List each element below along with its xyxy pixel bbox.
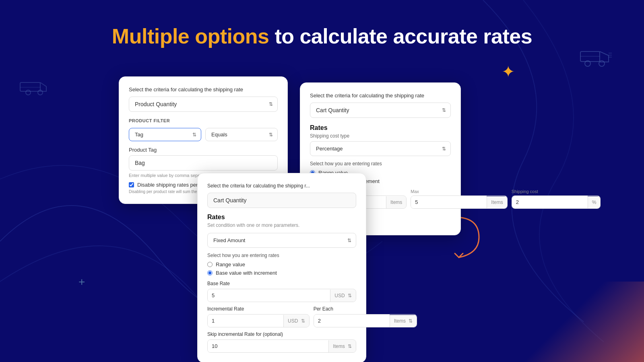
card2-enter-rates-label: Select how you are entering rates: [207, 253, 356, 258]
card1-equals-select[interactable]: Equals: [205, 128, 278, 141]
card3-criteria-select-wrapper[interactable]: Cart Quantity: [310, 103, 451, 118]
card2-criteria-display: Cart Quantity: [207, 193, 356, 208]
card1-tag-label: Product Tag: [129, 147, 278, 153]
card1-criteria-select[interactable]: Product Quantity: [129, 97, 278, 112]
card2-radio-base: Base value with increment: [207, 270, 356, 276]
card2-skip-label: Skip incremental Rate for (optional): [207, 331, 356, 337]
card2-skip-field: Skip incremental Rate for (optional) 10 …: [207, 331, 356, 353]
card2-per-each-input[interactable]: 2: [314, 315, 390, 327]
card1-criteria-label: Select the criteria for calculating the …: [129, 86, 278, 93]
card1-filter-row: Tag Equals: [129, 128, 278, 141]
truck-icon-left: [18, 74, 50, 99]
card1-checkbox[interactable]: [129, 182, 134, 187]
card3-max-unit: Items: [487, 196, 507, 208]
card3-max-field: Max 5 Items: [411, 189, 507, 209]
card3-min-unit: Items: [386, 196, 406, 208]
card2-range-label[interactable]: Range value: [216, 261, 245, 267]
card2-base-rate-input[interactable]: 5: [208, 289, 330, 302]
card2-skip-input[interactable]: 10: [208, 340, 328, 352]
cards-container: Select the criteria for calculating the …: [0, 64, 644, 362]
crosshair-decoration: +: [78, 276, 85, 288]
card2-rates-title: Rates: [207, 214, 356, 221]
card2-base-rate-unit: USD ⇅: [330, 290, 356, 302]
card1-tag-select[interactable]: Tag: [129, 128, 201, 141]
card1-equals-select-wrapper[interactable]: Equals: [205, 128, 278, 141]
card2-cost-type-wrapper[interactable]: Fixed Amount: [207, 233, 356, 248]
card3-cost-input-wrapper: 2 %: [512, 195, 601, 209]
card3-cost-unit: %: [588, 196, 601, 208]
card2-incremental-row: Incremental Rate 1 USD ⇅ Per Each 2: [207, 306, 356, 327]
card2-base-rate-field: Base Rate 5 USD ⇅: [207, 281, 356, 302]
card3-max-label: Max: [411, 189, 507, 194]
card3-cost-field: Shipping cost 2 %: [512, 189, 601, 209]
card1-tag-select-wrapper[interactable]: Tag: [129, 128, 201, 141]
card2-incremental-unit: USD ⇅: [283, 315, 309, 327]
header: Multiple options to calculate accurate r…: [0, 0, 644, 48]
card1-criteria-select-wrapper[interactable]: Product Quantity: [129, 97, 278, 112]
card3-cost-type-select[interactable]: Percentage: [310, 141, 451, 156]
card3-enter-rates-label: Select how you are entering rates: [310, 161, 451, 167]
card2-cost-type-select[interactable]: Fixed Amount: [207, 233, 356, 248]
card3-cost-label: Shipping cost: [512, 189, 601, 194]
card3-max-input[interactable]: 5: [411, 196, 487, 208]
card2-criteria-value: Cart Quantity: [213, 197, 246, 204]
card2-per-each-label: Per Each: [314, 306, 417, 312]
page-title: Multiple options to calculate accurate r…: [0, 24, 644, 48]
card2-skip-wrapper: 10 Items ⇅: [207, 339, 356, 353]
svg-point-0: [26, 90, 31, 95]
card2-radio-range: Range value: [207, 261, 356, 267]
card2-incremental-input[interactable]: 1: [208, 315, 283, 327]
card2-per-each-wrapper: 2 Items ⇅: [314, 314, 417, 327]
card2-base-rate-wrapper: 5 USD ⇅: [207, 289, 356, 302]
card2-base-radio[interactable]: [207, 270, 213, 276]
card2-rates-subtitle: Set condition with one or more parameter…: [207, 222, 356, 228]
card3-cost-type-label: Shipping cost type: [310, 133, 451, 139]
card2-incremental-field: Incremental Rate 1 USD ⇅: [207, 306, 310, 327]
card2-base-label[interactable]: Base value with increment: [216, 270, 277, 276]
card2-rates-section: Rates Set condition with one or more par…: [207, 214, 356, 353]
card3-cost-input[interactable]: 2: [512, 196, 588, 208]
card1-tag-field: Product Tag Bag: [129, 147, 278, 171]
card3-rates-title: Rates: [310, 124, 451, 132]
title-white: to calculate accurate rates: [269, 25, 532, 48]
card1-filter-section: PRODUCT FILTER: [129, 118, 278, 123]
card2-per-each-unit: Items ⇅: [390, 315, 417, 327]
svg-rect-2: [20, 82, 40, 91]
card-cart-quantity-fixed: Select the criteria for calculating the …: [197, 173, 366, 362]
card3-cost-type-wrapper[interactable]: Percentage: [310, 141, 451, 156]
title-orange: Multiple options: [112, 25, 269, 48]
card3-max-input-wrapper: 5 Items: [411, 195, 507, 209]
star-decoration: ✦: [502, 62, 515, 81]
card3-criteria-select[interactable]: Cart Quantity: [310, 103, 451, 118]
card2-criteria-label: Select the criteria for calculating the …: [207, 183, 356, 189]
card2-per-each-field: Per Each 2 Items ⇅: [314, 306, 417, 327]
card2-radio-group: Select how you are entering rates Range …: [207, 253, 356, 276]
card2-skip-unit: Items ⇅: [328, 340, 356, 352]
card3-criteria-label: Select the criteria for calculating the …: [310, 93, 451, 99]
card2-base-rate-label: Base Rate: [207, 281, 356, 286]
card2-range-radio[interactable]: [207, 262, 213, 267]
card2-incremental-wrapper: 1 USD ⇅: [207, 314, 310, 327]
card1-tag-input[interactable]: Bag: [129, 155, 278, 171]
card2-incremental-label: Incremental Rate: [207, 306, 310, 312]
